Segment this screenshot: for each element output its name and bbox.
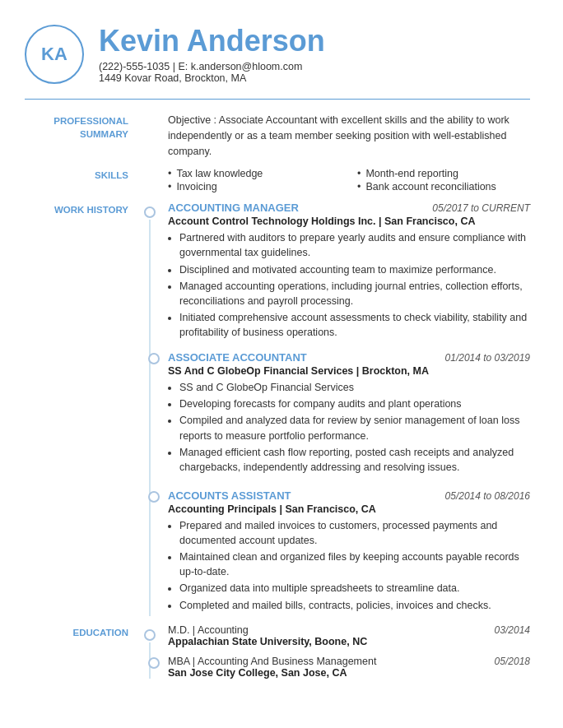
edu-date-2: 05/2018 [495, 656, 530, 667]
timeline-summary [140, 113, 160, 159]
skills-grid: Tax law knowledge Invoicing Month-end re… [168, 167, 530, 193]
job-3: ACCOUNTS ASSISTANT 05/2014 to 08/2016 Ac… [168, 489, 530, 616]
timeline-dot-1 [144, 206, 156, 218]
skill-item: Tax law knowledge [168, 167, 341, 180]
section-professional-summary: PROFESSIONALSUMMARY Objective : Associat… [25, 113, 530, 159]
summary-content: Objective : Associate Accountant with ex… [160, 113, 530, 159]
skills-label: SKILLS [25, 167, 140, 193]
job-title-1: ACCOUNTING MANAGER [168, 202, 299, 214]
job-2-wrapper: ASSOCIATE ACCOUNTANT 01/2014 to 03/2019 … [168, 351, 530, 478]
avatar: KA [25, 25, 84, 84]
full-name: Kevin Anderson [99, 25, 325, 58]
bullet: Initiated comprehensive account assessme… [179, 310, 530, 340]
bullet: Managed efficient cash flow reporting, p… [179, 445, 530, 475]
edu-1: M.D. | Accounting 03/2014 Appalachian St… [168, 624, 530, 647]
job-company-2: SS And C GlobeOp Financial Services | Br… [168, 365, 530, 377]
section-work-history: WORK HISTORY ACCOUNTING MANAGER 05/2017 … [25, 202, 530, 615]
skill-item: Bank account reconciliations [357, 180, 530, 193]
summary-text: Objective : Associate Accountant with ex… [168, 113, 530, 159]
bullet: Developing forecasts for company audits … [179, 396, 530, 411]
contact-line: (222)-555-1035 | E: k.anderson@hloom.com [99, 61, 325, 72]
section-skills: SKILLS Tax law knowledge Invoicing Month… [25, 167, 530, 193]
bullet: Maintained clean and organized files by … [179, 549, 530, 579]
summary-label: PROFESSIONALSUMMARY [25, 113, 140, 159]
work-history-label: WORK HISTORY [25, 202, 140, 216]
bullet: Disciplined and motivated accounting tea… [179, 262, 530, 277]
edu-date-1: 03/2014 [495, 624, 530, 636]
email: k.anderson@hloom.com [191, 61, 303, 72]
work-content: ACCOUNTING MANAGER 05/2017 to CURRENT Ac… [160, 202, 530, 615]
job-title-2: ASSOCIATE ACCOUNTANT [168, 351, 307, 364]
job-2: ASSOCIATE ACCOUNTANT 01/2014 to 03/2019 … [168, 351, 530, 478]
timeline-dot-edu-2 [148, 657, 160, 669]
job-company-3: Accounting Principals | San Francisco, C… [168, 503, 530, 515]
edu-2: MBA | Accounting And Business Management… [168, 656, 530, 679]
education-label: EDUCATION [25, 624, 140, 639]
job-bullets-1: Partnered with auditors to prepare yearl… [179, 230, 530, 340]
email-label: E: [178, 61, 188, 72]
job-3-wrapper: ACCOUNTS ASSISTANT 05/2014 to 08/2016 Ac… [168, 489, 530, 616]
edu-title-row-2: MBA | Accounting And Business Management… [168, 656, 530, 667]
header-divider [25, 99, 530, 100]
job-bullets-3: Prepared and mailed invoices to customer… [179, 518, 530, 613]
timeline-skills [140, 167, 160, 193]
job-company-1: Account Control Technology Holdings Inc.… [168, 216, 530, 227]
timeline-dot-3 [148, 491, 160, 503]
job-date-1: 05/2017 to CURRENT [432, 202, 530, 214]
bullet: Organized data into multiple spreadsheet… [179, 581, 530, 596]
edu-degree-2: MBA | Accounting And Business Management [168, 656, 376, 667]
edu-school-1: Appalachian State University, Boone, NC [168, 636, 530, 647]
timeline-dot-edu-1 [144, 629, 156, 641]
job-title-3: ACCOUNTS ASSISTANT [168, 489, 291, 502]
skill-item: Invoicing [168, 180, 341, 193]
job-date-2: 01/2014 to 03/2019 [445, 352, 530, 364]
bullet: Completed and mailed bills, contracts, p… [179, 598, 530, 613]
address: 1449 Kovar Road, Brockton, MA [99, 72, 325, 84]
job-title-row-1: ACCOUNTING MANAGER 05/2017 to CURRENT [168, 202, 530, 214]
header-info: Kevin Anderson (222)-555-1035 | E: k.and… [99, 25, 325, 84]
bullet: Prepared and mailed invoices to customer… [179, 518, 530, 548]
header: KA Kevin Anderson (222)-555-1035 | E: k.… [25, 25, 530, 84]
bullet: Managed accounting operations, including… [179, 279, 530, 308]
phone: (222)-555-1035 [99, 61, 170, 72]
edu-2-wrapper: MBA | Accounting And Business Management… [168, 656, 530, 679]
section-education: EDUCATION M.D. | Accounting 03/2014 Appa… [25, 624, 530, 679]
bullet: Compiled and analyzed data for review by… [179, 413, 530, 443]
timeline-work [140, 202, 160, 615]
job-date-3: 05/2014 to 08/2016 [445, 490, 530, 502]
skills-content: Tax law knowledge Invoicing Month-end re… [160, 167, 530, 193]
skills-right: Month-end reporting Bank account reconci… [357, 167, 530, 193]
education-content: M.D. | Accounting 03/2014 Appalachian St… [160, 624, 530, 679]
job-title-row-2: ASSOCIATE ACCOUNTANT 01/2014 to 03/2019 [168, 351, 530, 364]
skill-item: Month-end reporting [357, 167, 530, 180]
bullet: Partnered with auditors to prepare yearl… [179, 230, 530, 260]
edu-school-2: San Jose City College, San Jose, CA [168, 667, 530, 679]
skills-left: Tax law knowledge Invoicing [168, 167, 341, 193]
edu-title-row-1: M.D. | Accounting 03/2014 [168, 624, 530, 636]
timeline-line [149, 220, 151, 615]
job-title-row-3: ACCOUNTS ASSISTANT 05/2014 to 08/2016 [168, 489, 530, 502]
bullet: SS and C GlobeOp Financial Services [179, 380, 530, 395]
edu-degree-1: M.D. | Accounting [168, 624, 249, 636]
job-1: ACCOUNTING MANAGER 05/2017 to CURRENT Ac… [168, 202, 530, 340]
job-bullets-2: SS and C GlobeOp Financial Services Deve… [179, 380, 530, 475]
timeline-education [140, 624, 160, 679]
